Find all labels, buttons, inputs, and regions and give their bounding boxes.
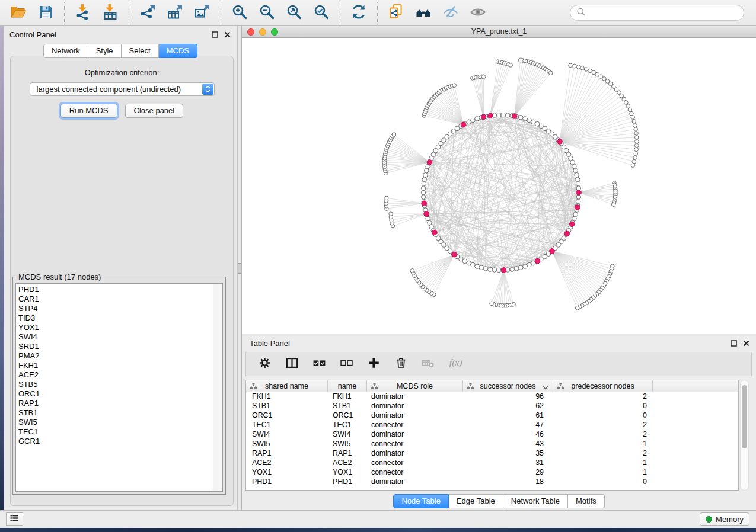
table-cell[interactable]: YOX1 [328, 468, 367, 477]
table-cell[interactable]: dominator [367, 411, 463, 421]
tab-mcds[interactable]: MCDS [159, 44, 197, 58]
mcds-node-item[interactable]: STB5 [16, 380, 222, 389]
tab-select[interactable]: Select [122, 44, 159, 58]
close-window-icon[interactable] [247, 28, 254, 36]
mcds-node-item[interactable]: PMA2 [16, 351, 222, 361]
table-cell[interactable]: 35 [463, 449, 553, 459]
mcds-node-item[interactable]: CAR1 [16, 294, 222, 304]
refresh-button[interactable] [349, 4, 368, 23]
column-header-shared-name[interactable]: shared name [246, 380, 328, 392]
tab-node-table[interactable]: Node Table [393, 494, 449, 508]
zoom-in-button[interactable] [230, 4, 249, 23]
run-mcds-button[interactable]: Run MCDS [60, 104, 117, 118]
table-row[interactable]: TEC1TEC1connector472 [246, 421, 738, 430]
column-header-name[interactable]: name [328, 380, 367, 392]
export-image-button[interactable] [193, 4, 212, 23]
mcds-node-item[interactable]: GCR1 [16, 437, 222, 446]
mcds-node-item[interactable]: YOX1 [16, 323, 222, 332]
table-cell[interactable]: STB1 [246, 402, 328, 411]
float-panel-icon[interactable] [211, 31, 219, 39]
close-panel-button[interactable]: Close panel [125, 104, 184, 118]
table-row[interactable]: FKH1FKH1dominator962 [246, 392, 738, 402]
duplicate-network-button[interactable] [387, 4, 406, 23]
mcds-list-scrollbar[interactable] [213, 284, 222, 491]
tab-network-table[interactable]: Network Table [503, 494, 568, 508]
table-cell[interactable]: RAP1 [328, 449, 367, 459]
table-row[interactable]: PHD1PHD1dominator180 [246, 477, 738, 487]
table-cell[interactable]: 43 [463, 440, 553, 449]
memory-button[interactable]: Memory [700, 512, 749, 526]
table-cell[interactable]: ACE2 [246, 459, 328, 468]
import-table-button[interactable] [101, 4, 120, 23]
table-cell[interactable]: FKH1 [246, 392, 328, 402]
tab-network[interactable]: Network [43, 44, 88, 58]
show-eye-button[interactable] [468, 4, 487, 23]
search-box[interactable] [570, 5, 744, 21]
table-row[interactable]: ACE2ACE2connector311 [246, 459, 738, 468]
mcds-node-item[interactable]: STB1 [16, 408, 222, 418]
table-cell[interactable]: dominator [367, 392, 463, 402]
table-cell[interactable]: YOX1 [246, 468, 328, 477]
column-header-predecessor-nodes[interactable]: predecessor nodes [553, 380, 653, 392]
table-cell[interactable]: connector [367, 440, 463, 449]
table-cell[interactable]: STB1 [328, 402, 367, 411]
search-input[interactable] [589, 8, 738, 18]
table-cell[interactable]: 0 [553, 411, 653, 421]
table-scrollbar[interactable] [740, 380, 749, 491]
table-cell[interactable]: 96 [463, 392, 553, 402]
table-cell[interactable]: 31 [463, 459, 553, 468]
export-network-button[interactable] [138, 4, 157, 23]
table-cell[interactable]: ORC1 [328, 411, 367, 421]
table-cell[interactable]: TEC1 [328, 421, 367, 430]
table-row[interactable]: RAP1RAP1dominator352 [246, 449, 738, 459]
table-cell[interactable]: connector [367, 468, 463, 477]
search-binoculars-button[interactable] [414, 4, 433, 23]
table-cell[interactable]: connector [367, 421, 463, 430]
mcds-node-item[interactable]: STP4 [16, 304, 222, 313]
tab-edge-table[interactable]: Edge Table [449, 494, 503, 508]
table-cell[interactable]: dominator [367, 477, 463, 487]
mcds-node-item[interactable]: SWI4 [16, 332, 222, 342]
criterion-select[interactable]: largest connected component (undirected) [30, 82, 215, 96]
network-canvas[interactable] [242, 38, 756, 334]
network-graph[interactable] [242, 38, 756, 334]
table-cell[interactable]: 46 [463, 430, 553, 440]
table-row[interactable]: ORC1ORC1dominator610 [246, 411, 738, 421]
column-header-successor-nodes[interactable]: successor nodes [463, 380, 553, 392]
save-session-button[interactable] [36, 4, 55, 23]
table-cell[interactable]: FKH1 [328, 392, 367, 402]
table-cell[interactable]: 61 [463, 411, 553, 421]
export-table-button[interactable] [165, 4, 184, 23]
table-cell[interactable]: PHD1 [328, 477, 367, 487]
mcds-node-item[interactable]: SWI5 [16, 418, 222, 427]
vertical-splitter[interactable] [237, 26, 242, 510]
select-all-button[interactable] [312, 356, 340, 372]
table-scrollbar-thumb[interactable] [742, 385, 747, 448]
table-cell[interactable]: 2 [553, 449, 653, 459]
settings-gear-button[interactable] [258, 356, 285, 372]
import-network-button[interactable] [74, 4, 92, 23]
table-cell[interactable]: connector [367, 459, 463, 468]
table-cell[interactable]: 2 [553, 421, 653, 430]
table-cell[interactable]: dominator [367, 430, 463, 440]
minimize-window-icon[interactable] [259, 28, 266, 36]
mcds-node-item[interactable]: TEC1 [16, 427, 222, 437]
close-panel-icon[interactable] [224, 31, 231, 39]
zoom-fit-button[interactable] [285, 4, 304, 23]
table-row[interactable]: YOX1YOX1connector291 [246, 468, 738, 477]
table-cell[interactable]: SWI5 [246, 440, 328, 449]
zoom-out-button[interactable] [257, 4, 276, 23]
zoom-selected-button[interactable] [312, 4, 331, 23]
table-cell[interactable]: 0 [553, 402, 653, 411]
add-column-button[interactable] [367, 356, 394, 372]
table-cell[interactable]: dominator [367, 449, 463, 459]
table-cell[interactable]: 2 [553, 430, 653, 440]
table-cell[interactable]: 29 [463, 468, 553, 477]
table-cell[interactable]: 1 [553, 468, 653, 477]
table-cell[interactable]: 18 [463, 477, 553, 487]
column-header-MCDS-role[interactable]: MCDS role [367, 380, 463, 392]
mcds-node-item[interactable]: ORC1 [16, 389, 222, 399]
split-panel-button[interactable] [285, 356, 312, 372]
mcds-node-item[interactable]: ACE2 [16, 370, 222, 380]
table-cell[interactable]: SWI4 [246, 430, 328, 440]
